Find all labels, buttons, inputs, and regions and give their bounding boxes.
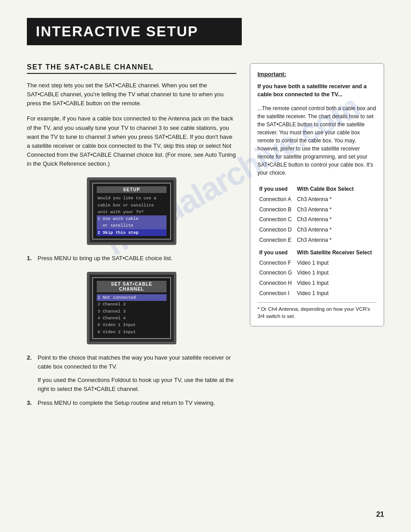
step-2: 2. Point to the choice that matches the … bbox=[27, 353, 236, 371]
tv-screen-1-inner: SETUP Would you like to use a cable box … bbox=[92, 183, 171, 240]
tv-screen-1: SETUP Would you like to use a cable box … bbox=[87, 177, 176, 245]
table-row-cable-b: Connection B Ch3 Antenna * bbox=[257, 205, 377, 215]
step-3: 3. Press MENU to complete the Setup rout… bbox=[27, 399, 236, 408]
table-row-cable-d: Connection D Ch3 Antenna * bbox=[257, 225, 377, 235]
step-1-text: Press MENU to bring up the SAT•CABLE cho… bbox=[38, 254, 236, 263]
connection-a-label: Connection A bbox=[257, 194, 295, 205]
step-2-text: Point to the choice that matches the way… bbox=[38, 353, 236, 371]
connection-f-label: Connection F bbox=[257, 258, 295, 268]
connection-i-label: Connection I bbox=[257, 288, 295, 299]
tv-screen-2-line-5: 5 Video 1 Input bbox=[97, 322, 167, 328]
connection-i-value: Video 1 Input bbox=[295, 288, 377, 299]
tv-screen-2-container: SET SAT•CABLE CHANNEL 1 Not connected 2 … bbox=[87, 272, 176, 344]
tv-screen-1-container: SETUP Would you like to use a cable box … bbox=[87, 177, 176, 245]
step-1-number: 1. bbox=[27, 254, 34, 263]
important-body: ...The remote cannot control both a cabl… bbox=[257, 104, 377, 177]
tv-screen-1-line-6: 2 Skip this step bbox=[97, 229, 167, 236]
main-content: SET THE SAT•CABLE CHANNEL The next step … bbox=[27, 63, 384, 412]
paragraph-2: For example, if you have a cable box con… bbox=[27, 114, 236, 168]
tv-screen-2-line-6: 6 Video 2 Input bbox=[97, 329, 167, 335]
table-header-row-2: If you used With Satellite Receiver Sele… bbox=[257, 245, 377, 258]
tv-screen-2: SET SAT•CABLE CHANNEL 1 Not connected 2 … bbox=[87, 272, 176, 344]
section-heading: SET THE SAT•CABLE CHANNEL bbox=[27, 63, 236, 74]
connection-b-label: Connection B bbox=[257, 205, 295, 215]
tv-screen-2-line-2: 2 Channel 2 bbox=[97, 301, 167, 308]
connection-e-value: Ch3 Antenna * bbox=[295, 235, 377, 245]
tv-screen-1-line-1: Would you like to use a bbox=[97, 195, 167, 202]
connection-e-label: Connection E bbox=[257, 235, 295, 245]
page: manualarchive.com INTERACTIVE SETUP SET … bbox=[0, 0, 411, 532]
connection-c-label: Connection C bbox=[257, 215, 295, 225]
connection-g-value: Video 1 Input bbox=[295, 268, 377, 278]
important-label: Important: bbox=[257, 70, 377, 79]
connection-a-value: Ch3 Antenna * bbox=[295, 194, 377, 205]
step-2-subtext: If you used the Connections Foldout to h… bbox=[38, 376, 236, 394]
header-banner: INTERACTIVE SETUP bbox=[27, 18, 242, 45]
important-intro: If you have both a satellite receiver an… bbox=[257, 82, 377, 99]
table-col-header-1: If you used bbox=[257, 184, 295, 194]
connection-c-value: Ch3 Antenna * bbox=[295, 215, 377, 225]
connection-f-value: Video 1 Input bbox=[295, 258, 377, 268]
tv-screen-1-title: SETUP bbox=[97, 186, 167, 193]
table-header-row-1: If you used With Cable Box Select bbox=[257, 184, 377, 194]
tv-screen-1-line-4: 1 Use with cable bbox=[97, 215, 167, 222]
step-3-text: Press MENU to complete the Setup routine… bbox=[38, 399, 236, 408]
step-1: 1. Press MENU to bring up the SAT•CABLE … bbox=[27, 254, 236, 263]
paragraph-1: The next step lets you set the SAT•CABLE… bbox=[27, 81, 236, 108]
connection-g-label: Connection G bbox=[257, 268, 295, 278]
tv-screen-2-line-1: 1 Not connected bbox=[97, 294, 167, 301]
table-col-header-4: With Satellite Receiver Select bbox=[295, 245, 377, 258]
step-2-number: 2. bbox=[27, 353, 34, 371]
left-column: SET THE SAT•CABLE CHANNEL The next step … bbox=[27, 63, 236, 412]
table-row-sat-h: Connection H Video 1 Input bbox=[257, 278, 377, 288]
table-col-header-3: If you used bbox=[257, 245, 295, 258]
connection-h-value: Video 1 Input bbox=[295, 278, 377, 288]
connection-d-value: Ch3 Antenna * bbox=[295, 225, 377, 235]
page-title: INTERACTIVE SETUP bbox=[36, 23, 233, 40]
connection-d-label: Connection D bbox=[257, 225, 295, 235]
step-3-number: 3. bbox=[27, 399, 34, 408]
connection-b-value: Ch3 Antenna * bbox=[295, 205, 377, 215]
tv-screen-2-title: SET SAT•CABLE CHANNEL bbox=[97, 281, 167, 292]
right-column: Important: If you have both a satellite … bbox=[250, 63, 384, 412]
tv-screen-1-line-2: cable box or satellite bbox=[97, 202, 167, 209]
table-row-cable-c: Connection C Ch3 Antenna * bbox=[257, 215, 377, 225]
tv-screen-1-line-3: unit with your TV? bbox=[97, 209, 167, 215]
table-row-cable-e: Connection E Ch3 Antenna * bbox=[257, 235, 377, 245]
tv-screen-2-inner: SET SAT•CABLE CHANNEL 1 Not connected 2 … bbox=[92, 277, 171, 339]
important-box: Important: If you have both a satellite … bbox=[250, 63, 384, 326]
table-row-sat-f: Connection F Video 1 Input bbox=[257, 258, 377, 268]
table-row-sat-i: Connection I Video 1 Input bbox=[257, 288, 377, 299]
page-number: 21 bbox=[376, 511, 384, 519]
table-row-cable-a: Connection A Ch3 Antenna * bbox=[257, 194, 377, 205]
tv-screen-2-line-3: 3 Channel 3 bbox=[97, 308, 167, 315]
tv-screen-2-line-4: 4 Channel 4 bbox=[97, 315, 167, 322]
connection-h-label: Connection H bbox=[257, 278, 295, 288]
table-col-header-2: With Cable Box Select bbox=[295, 184, 377, 194]
table-row-sat-g: Connection G Video 1 Input bbox=[257, 268, 377, 278]
connection-table: If you used With Cable Box Select Connec… bbox=[257, 184, 377, 299]
table-footnote: * Or Ch4 Antenna, depending on how your … bbox=[257, 302, 377, 320]
tv-screen-1-line-5: or satellite bbox=[97, 222, 167, 229]
